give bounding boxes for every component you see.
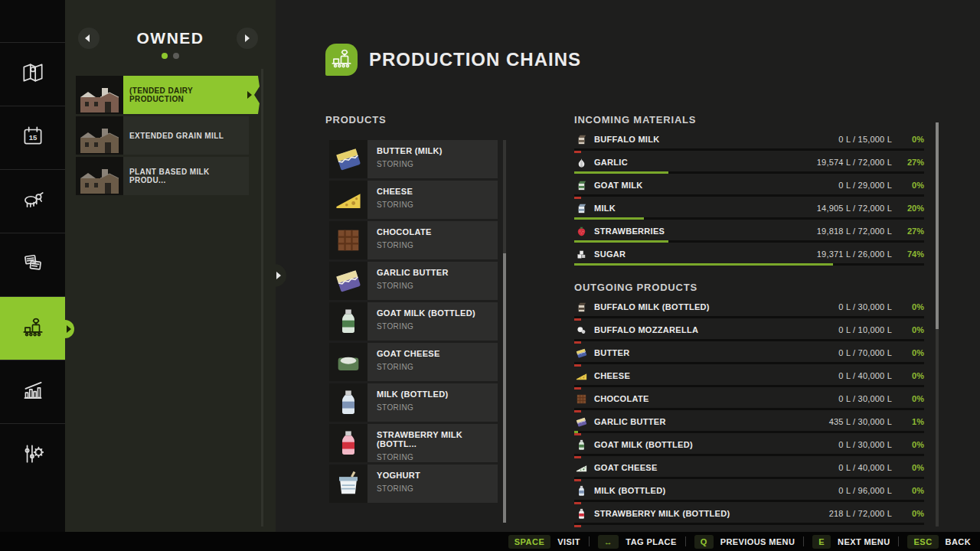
owned-item-1[interactable]: (TENDED DAIRY PRODUCTION	[76, 76, 260, 114]
product-name: CHOCOLATE	[377, 227, 498, 236]
key-badge: E	[812, 535, 831, 549]
product-row[interactable]: CHEESE STORING	[329, 181, 498, 219]
material-amount: 0 L / 29,000 L	[838, 181, 892, 190]
material-line: GARLIC BUTTER 435 L / 30,000 L 1%	[574, 414, 924, 429]
scrollbar-thumb[interactable]	[936, 122, 939, 329]
milk-icon	[574, 201, 588, 215]
owned-scrollbar[interactable]	[261, 69, 263, 527]
product-row[interactable]: MILK (BOTTLED) STORING	[329, 383, 498, 422]
material-percent: 0%	[892, 348, 924, 357]
product-row[interactable]: CHOCOLATE STORING	[329, 221, 498, 259]
owned-item-label: EXTENDED GRAIN MILL	[123, 116, 249, 155]
milk-bottled-icon	[329, 383, 368, 422]
owned-item-2[interactable]: EXTENDED GRAIN MILL	[76, 116, 249, 155]
product-status: STORING	[377, 160, 498, 168]
hotkey-previous-menu[interactable]: QPREVIOUS MENU	[694, 535, 795, 549]
product-info: GOAT MILK (BOTTLED) STORING	[368, 302, 498, 341]
material-amount: 0 L / 30,000 L	[838, 440, 892, 449]
material-percent: 74%	[892, 249, 924, 259]
owned-production-list: (TENDED DAIRY PRODUCTION EXTENDED GRAIN …	[76, 76, 249, 197]
hotkey-next-menu[interactable]: ENEXT MENU	[812, 535, 890, 549]
chevron-right-icon	[245, 34, 250, 42]
sidebar-item-contracts[interactable]	[0, 233, 65, 296]
fill-level-bar	[574, 454, 924, 456]
sidebar-item-animals[interactable]	[0, 169, 65, 233]
owned-page-dots	[65, 53, 276, 59]
chocolate-icon	[574, 392, 588, 406]
building-thumbnail	[76, 116, 123, 155]
product-name: GOAT CHEESE	[377, 349, 498, 358]
sidebar-item-statistics[interactable]	[0, 360, 65, 423]
material-row: MILK (BOTTLED) 0 L / 96,000 L 0%	[574, 483, 924, 506]
strawberry-milk-bottled-icon	[574, 507, 588, 520]
product-row[interactable]: GOAT CHEESE STORING	[329, 343, 498, 381]
fill-level-bar	[574, 339, 924, 341]
material-line: SUGAR 19,371 L / 26,000 L 74%	[574, 246, 924, 262]
fill-level-bar	[574, 431, 924, 433]
material-row: BUFFALO MILK 0 L / 15,000 L 0%	[574, 132, 924, 155]
hotkey-visit[interactable]: SPACEVISIT	[508, 535, 580, 549]
owned-item-3[interactable]: PLANT BASED MILK PRODU...	[76, 157, 249, 195]
product-row[interactable]: STRAWBERRY MILK (BOTTL... STORING	[329, 424, 498, 462]
sidebar-item-calendar[interactable]: 15	[0, 106, 65, 169]
material-amount: 19,371 L / 26,000 L	[817, 249, 892, 259]
material-name: GOAT MILK	[594, 181, 643, 190]
material-row: GOAT MILK 0 L / 29,000 L 0%	[574, 178, 924, 201]
sidebar-item-settings[interactable]	[0, 423, 65, 487]
page-dot[interactable]	[173, 53, 179, 59]
products-scrollbar[interactable]	[503, 140, 506, 523]
material-name: CHOCOLATE	[594, 394, 649, 403]
low-fill-indicator	[574, 364, 581, 367]
fill-level-bar	[574, 194, 924, 197]
material-row: MILK 14,905 L / 72,000 L 20%	[574, 201, 924, 223]
material-percent: 0%	[892, 509, 924, 518]
fill-level-bar	[574, 316, 924, 318]
material-line: GOAT MILK 0 L / 29,000 L 0%	[574, 178, 924, 193]
sidebar-item-production[interactable]	[0, 296, 65, 360]
material-row: GOAT CHEESE 0 L / 40,000 L 0%	[574, 460, 924, 483]
fill-level-bar	[574, 171, 924, 174]
hotkey-label: VISIT	[557, 537, 580, 546]
product-row[interactable]: GOAT MILK (BOTTLED) STORING	[329, 302, 498, 341]
low-fill-indicator	[574, 502, 581, 504]
milk-bottled-icon	[574, 484, 588, 497]
product-row[interactable]: YOGHURT STORING	[329, 465, 498, 503]
material-line: GARLIC 19,574 L / 72,000 L 27%	[574, 155, 924, 170]
hotkey-tag-place[interactable]: ↔TAG PLACE	[598, 535, 677, 549]
key-badge: ↔	[598, 535, 619, 549]
material-percent: 27%	[892, 158, 924, 167]
butter-icon	[574, 346, 588, 360]
product-status: STORING	[377, 282, 498, 290]
product-name: GOAT MILK (BOTTLED)	[377, 308, 498, 318]
low-fill-indicator	[574, 433, 581, 435]
material-line: BUFFALO MOZZARELLA 0 L / 10,000 L 0%	[574, 322, 924, 337]
cheese-icon	[574, 369, 588, 383]
fill-level-bar	[574, 477, 924, 479]
settings-icon	[20, 441, 46, 470]
material-name: BUTTER	[594, 348, 629, 357]
product-info: CHEESE STORING	[368, 181, 498, 219]
buffalo-milk-bottled-icon	[574, 300, 588, 314]
scrollbar-thumb[interactable]	[503, 253, 506, 523]
product-name: STRAWBERRY MILK (BOTTL...	[377, 430, 498, 448]
hotkey-back[interactable]: ESCBACK	[907, 535, 971, 549]
owned-next-button[interactable]	[237, 28, 258, 49]
material-row: BUTTER 0 L / 70,000 L 0%	[574, 345, 924, 368]
material-amount: 0 L / 30,000 L	[838, 394, 892, 403]
page-dot-active[interactable]	[162, 53, 168, 59]
low-fill-indicator	[574, 197, 581, 199]
fill-level-bar	[574, 362, 924, 364]
product-row[interactable]: BUTTER (MILK) STORING	[329, 140, 498, 178]
product-name: MILK (BOTTLED)	[377, 390, 498, 399]
product-row[interactable]: GARLIC BUTTER STORING	[329, 262, 498, 300]
material-row: GARLIC 19,574 L / 72,000 L 27%	[574, 155, 924, 178]
product-status: STORING	[377, 201, 498, 209]
materials-scrollbar[interactable]	[936, 122, 939, 527]
material-line: GOAT CHEESE 0 L / 40,000 L 0%	[574, 460, 924, 475]
chevron-right-icon	[67, 325, 71, 333]
strawberry-milk-bottl-icon	[329, 424, 368, 462]
material-row: GARLIC BUTTER 435 L / 30,000 L 1%	[574, 414, 924, 437]
low-fill-indicator	[574, 387, 581, 390]
key-badge: SPACE	[508, 535, 551, 549]
sidebar-item-map[interactable]	[0, 42, 65, 106]
